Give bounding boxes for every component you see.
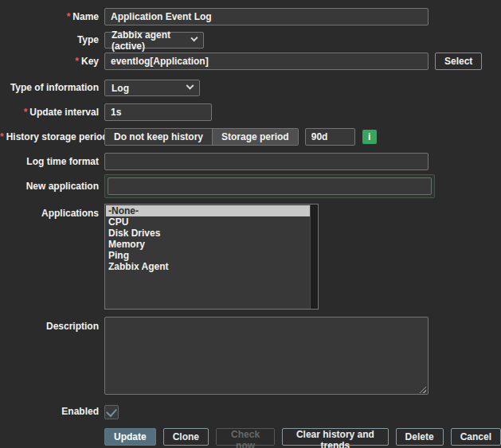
check-now-button[interactable]: Check now	[216, 428, 275, 446]
key-label: *Key	[0, 53, 99, 70]
enabled-label: Enabled	[0, 403, 99, 420]
chevron-down-icon	[191, 34, 198, 41]
new-application-row: New application	[0, 174, 501, 198]
required-asterisk: *	[67, 11, 71, 22]
history-storage-period-input[interactable]	[305, 128, 355, 146]
applications-option-zabbix-agent[interactable]: Zabbix Agent	[106, 261, 310, 272]
enabled-row: Enabled	[0, 403, 501, 420]
new-application-label: New application	[0, 178, 99, 195]
required-asterisk: *	[75, 56, 79, 67]
name-input[interactable]	[104, 8, 429, 25]
applications-option-memory[interactable]: Memory	[106, 239, 310, 250]
applications-option-none[interactable]: -None-	[106, 205, 310, 216]
key-input[interactable]	[104, 53, 429, 70]
applications-label: Applications	[0, 204, 99, 222]
chevron-down-icon	[186, 82, 194, 90]
log-time-format-input[interactable]	[104, 153, 429, 170]
description-row: Description	[0, 317, 501, 397]
key-select-button[interactable]: Select	[435, 53, 482, 70]
update-interval-row: *Update interval	[0, 103, 501, 121]
cancel-button[interactable]: Cancel	[451, 428, 501, 446]
description-label: Description	[0, 317, 99, 335]
enabled-checkbox[interactable]	[104, 405, 119, 419]
update-button[interactable]: Update	[104, 428, 156, 446]
name-label: *Name	[0, 9, 99, 25]
history-storage-period-toggle: Do not keep history Storage period	[104, 128, 299, 146]
delete-button[interactable]: Delete	[396, 428, 444, 446]
name-row: *Name	[0, 8, 501, 25]
applications-listbox[interactable]: -None- CPU Disk Drives Memory Ping Zabbi…	[104, 204, 319, 310]
type-of-information-label: Type of information	[0, 80, 99, 96]
type-of-information-select-value: Log	[112, 83, 129, 94]
log-time-format-label: Log time format	[0, 154, 99, 170]
clear-history-and-trends-button[interactable]: Clear history and trends	[282, 428, 388, 446]
type-row: Type Zabbix agent (active)	[0, 32, 501, 49]
item-edit-form: *Name Type Zabbix agent (active) *Key Se…	[0, 0, 501, 446]
key-row: *Key Select	[0, 53, 501, 70]
form-footer: Update Clone Check now Clear history and…	[104, 428, 501, 446]
history-storage-period-label: *History storage period	[0, 129, 99, 146]
update-interval-label: *Update interval	[0, 104, 99, 121]
applications-option-ping[interactable]: Ping	[106, 250, 310, 261]
applications-option-cpu[interactable]: CPU	[106, 216, 310, 228]
history-storage-period-row: *History storage period Do not keep hist…	[0, 128, 501, 146]
update-interval-input[interactable]	[104, 103, 212, 121]
required-asterisk: *	[0, 131, 4, 142]
storage-period-toggle-button[interactable]: Storage period	[212, 129, 298, 145]
type-label: Type	[0, 32, 99, 49]
log-time-format-row: Log time format	[0, 153, 501, 170]
new-application-input[interactable]	[108, 177, 432, 195]
type-of-information-select[interactable]: Log	[104, 80, 200, 96]
type-select[interactable]: Zabbix agent (active)	[104, 32, 204, 49]
new-application-focus-ring	[104, 174, 435, 198]
type-of-information-row: Type of information Log	[0, 80, 501, 96]
do-not-keep-history-toggle-button[interactable]: Do not keep history	[105, 129, 212, 145]
description-textarea-wrap	[104, 317, 429, 397]
info-icon[interactable]: i	[362, 130, 377, 144]
description-textarea[interactable]	[104, 317, 429, 395]
applications-row: Applications -None- CPU Disk Drives Memo…	[0, 204, 501, 310]
applications-option-disk-drives[interactable]: Disk Drives	[106, 228, 310, 239]
clone-button[interactable]: Clone	[163, 428, 209, 446]
type-select-value: Zabbix agent (active)	[112, 29, 184, 52]
required-asterisk: *	[24, 107, 28, 118]
listbox-scrollbar[interactable]	[310, 205, 318, 309]
